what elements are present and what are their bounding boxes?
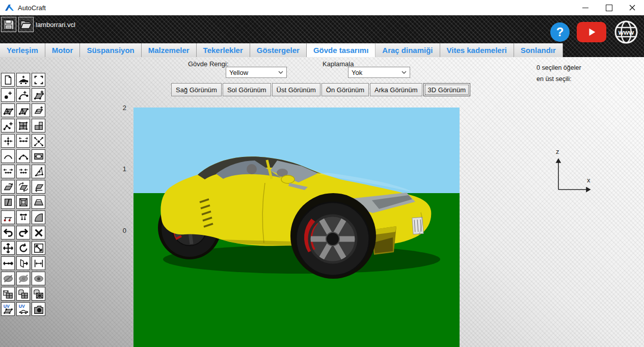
add-curve-button[interactable]: [16, 88, 30, 102]
3d-view-button[interactable]: 3D Görünüm: [423, 83, 470, 96]
split-edge-button[interactable]: [16, 210, 30, 224]
tab-suspansiyon[interactable]: Süspansiyon: [80, 43, 141, 57]
hide-unselected-button[interactable]: [16, 272, 30, 285]
rotate-patch-button[interactable]: [1, 180, 15, 194]
ruler-label-2: 2: [117, 104, 126, 112]
tab-malzemeler[interactable]: Malzemeler: [142, 43, 197, 57]
delete-mesh-button[interactable]: [32, 287, 45, 301]
extend-points-button[interactable]: [1, 165, 15, 178]
tab-tekerlekler[interactable]: Tekerlekler: [197, 43, 250, 57]
x-axis-label: x: [587, 176, 591, 184]
select-region-button[interactable]: [32, 73, 45, 87]
mirror-points-button[interactable]: [1, 210, 15, 224]
arc-from-points-button[interactable]: [16, 149, 30, 163]
contract-points-button[interactable]: [16, 165, 30, 178]
uv-unwrap-car-icon: UV: [18, 304, 29, 315]
tab-arac-dinamigi[interactable]: Araç dinamiği: [375, 43, 440, 57]
viewport-3d[interactable]: [133, 108, 460, 347]
inset-patch-button[interactable]: [16, 195, 30, 209]
move-button[interactable]: [1, 241, 15, 255]
coating-select[interactable]: Yok: [348, 67, 410, 78]
scale-button[interactable]: [32, 241, 45, 255]
split-patch-button[interactable]: [1, 195, 15, 209]
arc-button[interactable]: [1, 149, 15, 163]
uv-unwrap-patch-button[interactable]: UV: [1, 302, 15, 316]
tab-yerlesim[interactable]: Yerleşim: [0, 43, 45, 57]
new-file-button[interactable]: [1, 73, 15, 87]
add-patch-button[interactable]: [32, 88, 45, 102]
rotate-button[interactable]: [16, 241, 30, 255]
right-view-button[interactable]: Sağ Görünüm: [171, 83, 222, 96]
add-point-icon: [3, 90, 14, 101]
patch-from-points-button[interactable]: [1, 103, 15, 117]
shift-patch-icon: [33, 181, 44, 193]
website-button[interactable]: www: [613, 19, 639, 45]
front-view-button[interactable]: Ön Görünüm: [321, 83, 369, 96]
snap-points-button[interactable]: [1, 134, 15, 148]
body-color-label: Gövde Rengi:: [188, 60, 229, 68]
hide-button[interactable]: [1, 272, 15, 285]
body-color-select[interactable]: Yellow: [226, 67, 287, 78]
help-button[interactable]: ?: [550, 22, 570, 42]
redo-button[interactable]: [16, 226, 30, 239]
svg-text:UV: UV: [3, 304, 9, 309]
tab-sonlandir[interactable]: Sonlandır: [514, 43, 563, 57]
spacing-button[interactable]: [32, 256, 45, 270]
autocraft-window: AutoCraft: [0, 0, 644, 347]
maximize-button[interactable]: [597, 0, 621, 15]
ellipse-patch-button[interactable]: [32, 149, 45, 163]
mirror-points-icon: [3, 212, 14, 223]
show-all-button[interactable]: [32, 272, 45, 285]
scale-icon: [33, 243, 44, 254]
window-title: AutoCraft: [18, 4, 46, 12]
spin-patch-button[interactable]: [16, 180, 30, 194]
add-point-button[interactable]: [1, 88, 15, 102]
render-photo-button[interactable]: [32, 302, 45, 316]
open-file-button[interactable]: [18, 17, 34, 32]
merge-patches-button[interactable]: [32, 119, 45, 132]
flip-normal-button[interactable]: [32, 165, 45, 178]
svg-text:www: www: [618, 29, 634, 36]
add-curve-icon: [18, 90, 29, 101]
weld-points-button[interactable]: [32, 134, 45, 148]
close-button[interactable]: [621, 0, 644, 15]
ruler-label-0: 0: [117, 227, 126, 234]
save-file-button[interactable]: [1, 17, 16, 32]
load-mesh-button[interactable]: [16, 287, 30, 301]
selected-count-text: 0 seçilen öğeler: [536, 62, 581, 73]
left-view-button[interactable]: Sol Görünüm: [223, 83, 271, 96]
triangulate-patch-button[interactable]: [16, 103, 30, 117]
load-mesh-icon: [18, 288, 29, 300]
add-polyline-button[interactable]: [1, 119, 15, 132]
push-plane-icon: [18, 258, 29, 269]
tab-vites-kademeleri[interactable]: Vites kademeleri: [440, 43, 514, 57]
uv-unwrap-car-button[interactable]: UV: [16, 302, 30, 316]
extrude-patch-button[interactable]: [32, 195, 45, 209]
extrude-patch-icon: [33, 197, 44, 208]
delete-button[interactable]: [32, 226, 45, 239]
align-points-button[interactable]: [16, 134, 30, 148]
save-mesh-button[interactable]: [1, 287, 15, 301]
top-view-button[interactable]: Üst Görünüm: [272, 83, 320, 96]
delete-mesh-icon: [33, 288, 44, 300]
arc-from-points-icon: [18, 151, 29, 162]
duplicate-patch-button[interactable]: [32, 103, 45, 117]
subdivide-patch-button[interactable]: [16, 119, 30, 132]
stretch-button[interactable]: [1, 256, 15, 270]
current-file-name: lamborrari.vcl: [36, 21, 75, 29]
tab-gostergeler[interactable]: Göstergeler: [250, 43, 307, 57]
youtube-button[interactable]: [577, 22, 606, 42]
show-all-icon: [33, 273, 44, 284]
add-car-button[interactable]: [16, 73, 30, 87]
main-tab-bar: YerleşimMotorSüspansiyonMalzemelerTekerl…: [0, 43, 563, 57]
minimize-button[interactable]: [574, 0, 597, 15]
fillet-corner-button[interactable]: [32, 210, 45, 224]
tab-govde-tasarimi[interactable]: Gövde tasarımı: [307, 43, 375, 57]
shift-patch-button[interactable]: [32, 180, 45, 194]
rear-view-button[interactable]: Arka Görünüm: [370, 83, 422, 96]
tab-motor[interactable]: Motor: [45, 43, 81, 57]
globe-www-icon: www: [613, 19, 639, 45]
undo-button[interactable]: [1, 226, 15, 239]
push-plane-button[interactable]: [16, 256, 30, 270]
subdivide-patch-icon: [18, 120, 29, 131]
